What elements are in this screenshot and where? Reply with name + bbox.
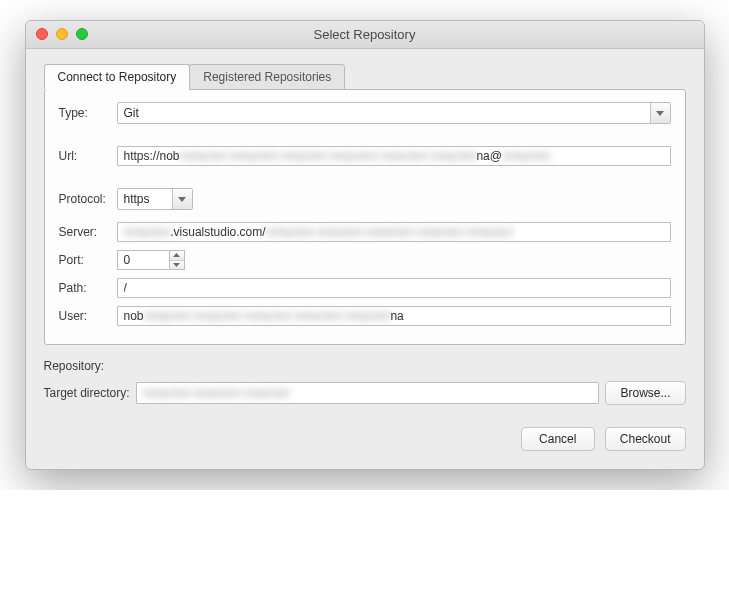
- connect-panel: Type: Git Url: https://nobredacted redac…: [44, 89, 686, 345]
- browse-button[interactable]: Browse...: [605, 381, 685, 405]
- user-input[interactable]: nobredacted redacted redacted redacted r…: [117, 306, 671, 326]
- port-label: Port:: [59, 253, 117, 267]
- path-input[interactable]: [117, 278, 671, 298]
- target-dir-label: Target directory:: [44, 386, 130, 400]
- checkout-button[interactable]: Checkout: [605, 427, 686, 451]
- tab-connect[interactable]: Connect to Repository: [44, 64, 191, 90]
- svg-marker-1: [178, 197, 186, 202]
- user-blur: redacted redacted redacted redacted reda…: [144, 309, 391, 323]
- url-suffix: na@: [476, 149, 502, 163]
- dialog-window: Select Repository Connect to Repository …: [25, 20, 705, 470]
- checkout-section: Repository: Target directory: redacted r…: [44, 359, 686, 405]
- protocol-label: Protocol:: [59, 192, 117, 206]
- window-controls: [36, 28, 88, 40]
- port-input[interactable]: [117, 250, 169, 270]
- url-blur: redacted redacted redacted redacted reda…: [180, 149, 477, 163]
- target-dir-input[interactable]: redacted redacted redacted: [136, 382, 600, 404]
- url-tail: redacted.: [502, 149, 552, 163]
- titlebar: Select Repository: [26, 21, 704, 49]
- server-blur2: redacted redacted redacted redacted reda…: [266, 225, 513, 239]
- repository-label: Repository:: [44, 359, 686, 373]
- type-value: Git: [124, 106, 139, 120]
- window-title: Select Repository: [314, 27, 416, 42]
- url-label: Url:: [59, 149, 117, 163]
- tab-registered[interactable]: Registered Repositories: [189, 64, 345, 90]
- server-label: Server:: [59, 225, 117, 239]
- target-dir-value: redacted redacted redacted: [143, 386, 290, 400]
- server-blur1: redacted: [124, 225, 171, 239]
- user-prefix: nob: [124, 309, 144, 323]
- user-suffix: na: [390, 309, 403, 323]
- stepper-up-icon[interactable]: [170, 251, 184, 261]
- protocol-value: https: [124, 192, 150, 206]
- svg-marker-2: [173, 253, 180, 257]
- server-input[interactable]: redacted.visualstudio.com/redacted redac…: [117, 222, 671, 242]
- type-select[interactable]: Git: [117, 102, 671, 124]
- chevron-down-icon[interactable]: [172, 189, 192, 209]
- tab-bar: Connect to Repository Registered Reposit…: [44, 63, 686, 89]
- stepper-down-icon[interactable]: [170, 261, 184, 270]
- svg-marker-3: [173, 263, 180, 267]
- user-label: User:: [59, 309, 117, 323]
- stepper-buttons: [169, 250, 185, 270]
- close-icon[interactable]: [36, 28, 48, 40]
- url-input[interactable]: https://nobredacted redacted redacted re…: [117, 146, 671, 166]
- svg-marker-0: [656, 111, 664, 116]
- chevron-down-icon[interactable]: [650, 103, 670, 123]
- dialog-actions: Cancel Checkout: [44, 427, 686, 451]
- protocol-select[interactable]: https: [117, 188, 193, 210]
- server-vis: .visualstudio.com/: [170, 225, 265, 239]
- path-label: Path:: [59, 281, 117, 295]
- cancel-button[interactable]: Cancel: [521, 427, 595, 451]
- type-label: Type:: [59, 106, 117, 120]
- minimize-icon[interactable]: [56, 28, 68, 40]
- dialog-body: Connect to Repository Registered Reposit…: [26, 49, 704, 469]
- port-stepper[interactable]: [117, 250, 185, 270]
- zoom-icon[interactable]: [76, 28, 88, 40]
- url-prefix: https://nob: [124, 149, 180, 163]
